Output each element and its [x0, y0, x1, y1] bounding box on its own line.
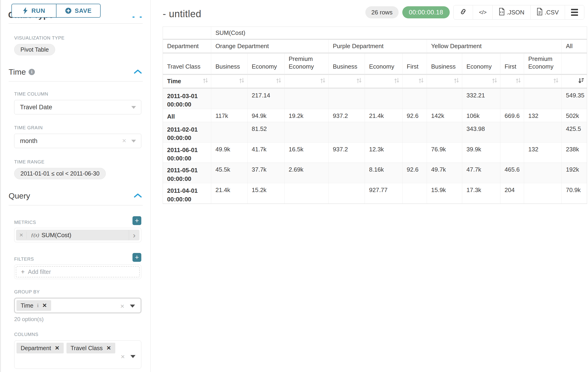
clear-icon[interactable]: ×	[122, 137, 126, 145]
time-grain-select[interactable]: month ×	[14, 134, 141, 148]
filters-container: + Add filter	[14, 265, 141, 279]
travel-class-header: Economy	[462, 53, 500, 75]
section-caret-dots	[133, 17, 142, 18]
value-cell: 117k	[211, 109, 248, 122]
group-by-select[interactable]: Timei✕ ×	[14, 298, 141, 313]
share-link-button[interactable]	[454, 5, 473, 19]
value-cell: 106k	[462, 109, 500, 122]
dropdown-caret-icon[interactable]	[130, 305, 135, 308]
column-sort-cell[interactable]	[427, 75, 462, 89]
sort-icon[interactable]	[418, 77, 424, 85]
save-button[interactable]: SAVE	[56, 4, 100, 17]
value-cell	[284, 89, 329, 109]
column-sort-cell[interactable]	[524, 75, 562, 89]
value-cell: 142k	[427, 109, 462, 122]
column-sort-cell[interactable]	[248, 75, 284, 89]
chevron-right-icon[interactable]: ›	[129, 230, 139, 240]
sort-icon[interactable]	[203, 77, 208, 85]
remove-tag-icon[interactable]: ✕	[55, 345, 60, 351]
value-cell	[427, 122, 462, 142]
column-sort-cell[interactable]	[562, 75, 587, 89]
chevron-up-icon[interactable]	[134, 193, 142, 199]
column-sort-cell[interactable]	[500, 75, 524, 89]
add-filter-button[interactable]: +	[133, 253, 141, 262]
chart-title[interactable]: - untitled	[163, 8, 201, 20]
time-column-select[interactable]: Travel Date	[14, 100, 141, 114]
sort-icon[interactable]	[394, 77, 399, 85]
sort-icon[interactable]	[356, 77, 362, 85]
plus-circle-icon	[65, 7, 72, 14]
time-range-pill[interactable]: 2011-01-01 ≤ col < 2011-06-30	[14, 168, 106, 179]
sort-icon[interactable]	[515, 77, 521, 85]
column-sort-cell[interactable]	[284, 75, 329, 89]
remove-tag-icon[interactable]: ✕	[42, 302, 47, 309]
dropdown-caret-icon[interactable]	[130, 355, 136, 358]
bolt-icon	[22, 7, 28, 14]
column-sort-cell[interactable]	[402, 75, 427, 89]
value-cell	[284, 183, 329, 204]
export-toolbar: </> .JSON	[453, 5, 584, 20]
chevron-up-icon[interactable]	[134, 69, 142, 75]
value-cell: 204	[500, 183, 524, 204]
department-group-header: Purple Department	[329, 40, 427, 53]
run-button[interactable]: RUN	[12, 4, 56, 17]
clear-icon[interactable]: ×	[121, 353, 125, 361]
time-row-header: 2011-05-0100:00:00	[163, 163, 211, 183]
sort-icon[interactable]	[454, 77, 459, 85]
value-cell	[402, 122, 427, 142]
value-cell: 94.9k	[248, 109, 284, 122]
export-csv-button[interactable]: .CSV	[531, 5, 565, 19]
value-cell	[500, 89, 524, 109]
time-row-header: 2011-02-0100:00:00	[163, 122, 211, 142]
value-cell	[402, 142, 427, 163]
value-cell	[500, 122, 524, 142]
value-cell	[211, 89, 248, 109]
sort-icon[interactable]	[553, 77, 559, 85]
info-icon: i	[29, 69, 35, 75]
metric-name: SUM(Cost)	[41, 232, 71, 239]
menu-button[interactable]	[565, 5, 584, 19]
group-by-tag[interactable]: Timei✕	[17, 300, 51, 311]
table-row: All117k94.9k19.2k937.221.4k92.6142k106k6…	[163, 109, 587, 122]
sort-icon[interactable]	[276, 77, 282, 85]
value-cell	[524, 122, 562, 142]
time-grain-label: TIME GRAIN	[14, 125, 141, 130]
column-sort-cell[interactable]	[211, 75, 248, 89]
sort-descending-active-icon[interactable]	[578, 77, 584, 85]
columns-label: COLUMNS	[14, 332, 141, 337]
export-json-button[interactable]: .JSON	[493, 5, 531, 19]
col-group-label-cell: Travel Class	[163, 53, 211, 75]
group-by-options-note: 20 option(s)	[14, 316, 141, 322]
view-query-button[interactable]: </>	[473, 5, 493, 19]
travel-class-header: Business	[211, 53, 248, 75]
value-cell: 2.69k	[284, 163, 329, 183]
column-sort-cell[interactable]	[365, 75, 402, 89]
columns-select[interactable]: Department✕Travel Class✕ ×	[14, 340, 141, 369]
remove-tag-icon[interactable]: ✕	[106, 345, 111, 351]
department-group-header: Orange Department	[211, 40, 329, 53]
row-count-badge: 26 rows	[365, 6, 399, 18]
remove-metric-icon[interactable]: ×	[16, 231, 27, 239]
add-metric-button[interactable]: +	[133, 216, 141, 225]
value-cell: 49.9k	[211, 142, 248, 163]
value-cell	[524, 89, 562, 109]
tag-label: Department	[21, 345, 51, 351]
column-sort-cell[interactable]	[329, 75, 365, 89]
viz-type-pill[interactable]: Pivot Table	[14, 44, 55, 55]
clear-icon[interactable]: ×	[120, 302, 124, 310]
section-divider	[9, 205, 143, 205]
time-axis-sort-cell[interactable]: Time	[163, 75, 211, 89]
add-filter-dropzone[interactable]: + Add filter	[16, 266, 140, 277]
row-group-label-cell: Department	[163, 40, 211, 53]
plus-icon: +	[21, 268, 25, 276]
sort-icon[interactable]	[239, 77, 244, 85]
columns-tag[interactable]: Department✕	[17, 343, 64, 353]
sort-icon[interactable]	[320, 77, 326, 85]
sort-icon[interactable]	[492, 77, 497, 85]
metric-pill[interactable]: × ƒ(x) SUM(Cost) ›	[16, 230, 139, 240]
columns-tag[interactable]: Travel Class✕	[66, 343, 115, 353]
value-cell	[329, 122, 365, 142]
metrics-container: × ƒ(x) SUM(Cost) ›	[14, 228, 141, 242]
column-sort-cell[interactable]	[462, 75, 500, 89]
value-cell: 12.3k	[365, 142, 402, 163]
